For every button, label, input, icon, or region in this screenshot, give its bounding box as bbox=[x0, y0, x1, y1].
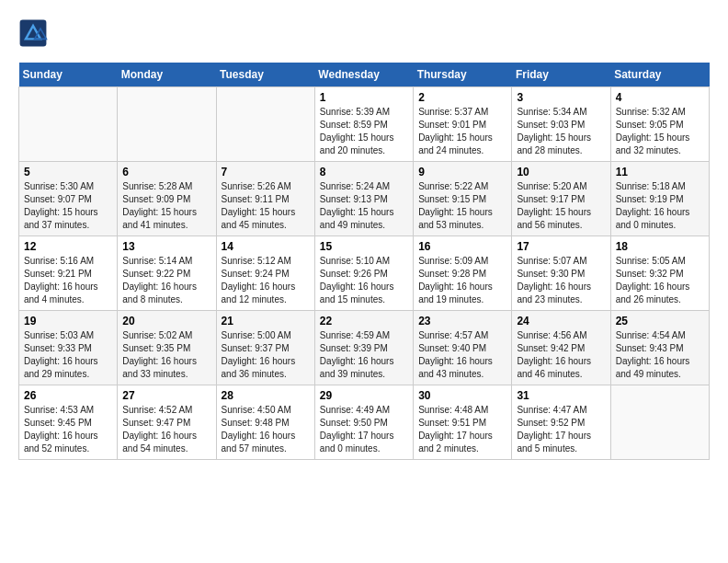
day-number: 12 bbox=[24, 240, 112, 253]
day-info: Sunrise: 4:54 AM Sunset: 9:43 PM Dayligh… bbox=[616, 329, 704, 381]
day-info: Sunrise: 4:59 AM Sunset: 9:39 PM Dayligh… bbox=[320, 329, 408, 381]
header-monday: Monday bbox=[118, 63, 216, 87]
day-cell: 11Sunrise: 5:18 AM Sunset: 9:19 PM Dayli… bbox=[610, 162, 709, 236]
day-info: Sunrise: 4:47 AM Sunset: 9:52 PM Dayligh… bbox=[517, 404, 605, 455]
day-number: 28 bbox=[222, 389, 310, 402]
day-cell: 22Sunrise: 4:59 AM Sunset: 9:39 PM Dayli… bbox=[314, 311, 413, 385]
day-info: Sunrise: 4:49 AM Sunset: 9:50 PM Dayligh… bbox=[320, 404, 408, 455]
day-cell: 29Sunrise: 4:49 AM Sunset: 9:50 PM Dayli… bbox=[314, 385, 413, 460]
day-cell: 12Sunrise: 5:16 AM Sunset: 9:21 PM Dayli… bbox=[19, 236, 118, 311]
day-number: 13 bbox=[122, 240, 210, 253]
day-info: Sunrise: 4:57 AM Sunset: 9:40 PM Dayligh… bbox=[418, 329, 506, 381]
calendar-header-row: SundayMondayTuesdayWednesdayThursdayFrid… bbox=[19, 63, 710, 87]
day-number: 20 bbox=[122, 315, 210, 327]
day-number: 27 bbox=[122, 389, 210, 402]
day-info: Sunrise: 4:53 AM Sunset: 9:45 PM Dayligh… bbox=[24, 404, 112, 455]
header-tuesday: Tuesday bbox=[216, 63, 314, 87]
day-info: Sunrise: 5:22 AM Sunset: 9:15 PM Dayligh… bbox=[418, 180, 506, 232]
day-cell: 5Sunrise: 5:30 AM Sunset: 9:07 PM Daylig… bbox=[19, 162, 118, 236]
day-cell: 27Sunrise: 4:52 AM Sunset: 9:47 PM Dayli… bbox=[118, 385, 216, 460]
day-number: 5 bbox=[24, 166, 112, 178]
day-number: 11 bbox=[616, 166, 704, 178]
day-number: 9 bbox=[418, 166, 506, 178]
header-saturday: Saturday bbox=[610, 63, 709, 87]
day-number: 19 bbox=[24, 315, 112, 327]
day-cell: 6Sunrise: 5:28 AM Sunset: 9:09 PM Daylig… bbox=[118, 162, 216, 236]
week-row-1: 1Sunrise: 5:39 AM Sunset: 8:59 PM Daylig… bbox=[19, 87, 710, 162]
day-cell: 18Sunrise: 5:05 AM Sunset: 9:32 PM Dayli… bbox=[610, 236, 709, 311]
day-info: Sunrise: 5:03 AM Sunset: 9:33 PM Dayligh… bbox=[24, 329, 112, 381]
day-number: 22 bbox=[320, 315, 408, 327]
day-cell: 19Sunrise: 5:03 AM Sunset: 9:33 PM Dayli… bbox=[19, 311, 118, 385]
day-number: 2 bbox=[418, 91, 506, 104]
header-wednesday: Wednesday bbox=[314, 63, 413, 87]
calendar-table: SundayMondayTuesdayWednesdayThursdayFrid… bbox=[18, 63, 710, 460]
day-info: Sunrise: 5:34 AM Sunset: 9:03 PM Dayligh… bbox=[517, 106, 605, 157]
header-sunday: Sunday bbox=[19, 63, 118, 87]
day-cell: 3Sunrise: 5:34 AM Sunset: 9:03 PM Daylig… bbox=[512, 87, 610, 162]
day-cell: 23Sunrise: 4:57 AM Sunset: 9:40 PM Dayli… bbox=[414, 311, 512, 385]
day-info: Sunrise: 4:48 AM Sunset: 9:51 PM Dayligh… bbox=[418, 404, 506, 455]
week-row-4: 19Sunrise: 5:03 AM Sunset: 9:33 PM Dayli… bbox=[19, 311, 710, 385]
day-number: 8 bbox=[320, 166, 408, 178]
logo bbox=[18, 18, 51, 48]
day-number: 30 bbox=[418, 389, 506, 402]
day-number: 25 bbox=[616, 315, 704, 327]
day-info: Sunrise: 5:14 AM Sunset: 9:22 PM Dayligh… bbox=[122, 255, 210, 306]
day-number: 14 bbox=[222, 240, 310, 253]
day-cell bbox=[19, 87, 118, 162]
day-number: 4 bbox=[616, 91, 704, 104]
day-cell: 21Sunrise: 5:00 AM Sunset: 9:37 PM Dayli… bbox=[216, 311, 314, 385]
day-cell: 2Sunrise: 5:37 AM Sunset: 9:01 PM Daylig… bbox=[414, 87, 512, 162]
day-cell: 10Sunrise: 5:20 AM Sunset: 9:17 PM Dayli… bbox=[512, 162, 610, 236]
day-cell bbox=[118, 87, 216, 162]
day-number: 17 bbox=[517, 240, 605, 253]
day-cell: 25Sunrise: 4:54 AM Sunset: 9:43 PM Dayli… bbox=[610, 311, 709, 385]
day-number: 16 bbox=[418, 240, 506, 253]
day-info: Sunrise: 4:52 AM Sunset: 9:47 PM Dayligh… bbox=[122, 404, 210, 455]
day-number: 29 bbox=[320, 389, 408, 402]
day-info: Sunrise: 5:24 AM Sunset: 9:13 PM Dayligh… bbox=[320, 180, 408, 232]
day-cell: 26Sunrise: 4:53 AM Sunset: 9:45 PM Dayli… bbox=[19, 385, 118, 460]
day-info: Sunrise: 5:32 AM Sunset: 9:05 PM Dayligh… bbox=[616, 106, 704, 157]
day-info: Sunrise: 5:07 AM Sunset: 9:30 PM Dayligh… bbox=[517, 255, 605, 306]
day-number: 31 bbox=[517, 389, 605, 402]
week-row-2: 5Sunrise: 5:30 AM Sunset: 9:07 PM Daylig… bbox=[19, 162, 710, 236]
day-number: 26 bbox=[24, 389, 112, 402]
header-thursday: Thursday bbox=[414, 63, 512, 87]
day-number: 18 bbox=[616, 240, 704, 253]
day-number: 10 bbox=[517, 166, 605, 178]
day-info: Sunrise: 5:20 AM Sunset: 9:17 PM Dayligh… bbox=[517, 180, 605, 232]
day-info: Sunrise: 5:00 AM Sunset: 9:37 PM Dayligh… bbox=[222, 329, 310, 381]
day-info: Sunrise: 4:50 AM Sunset: 9:48 PM Dayligh… bbox=[222, 404, 310, 455]
day-number: 7 bbox=[222, 166, 310, 178]
day-info: Sunrise: 5:02 AM Sunset: 9:35 PM Dayligh… bbox=[122, 329, 210, 381]
day-cell: 16Sunrise: 5:09 AM Sunset: 9:28 PM Dayli… bbox=[414, 236, 512, 311]
day-info: Sunrise: 4:56 AM Sunset: 9:42 PM Dayligh… bbox=[517, 329, 605, 381]
day-cell: 20Sunrise: 5:02 AM Sunset: 9:35 PM Dayli… bbox=[118, 311, 216, 385]
day-info: Sunrise: 5:30 AM Sunset: 9:07 PM Dayligh… bbox=[24, 180, 112, 232]
day-cell bbox=[610, 385, 709, 460]
header-friday: Friday bbox=[512, 63, 610, 87]
day-info: Sunrise: 5:26 AM Sunset: 9:11 PM Dayligh… bbox=[222, 180, 310, 232]
day-cell: 17Sunrise: 5:07 AM Sunset: 9:30 PM Dayli… bbox=[512, 236, 610, 311]
day-cell: 24Sunrise: 4:56 AM Sunset: 9:42 PM Dayli… bbox=[512, 311, 610, 385]
page-header bbox=[18, 18, 710, 48]
day-info: Sunrise: 5:16 AM Sunset: 9:21 PM Dayligh… bbox=[24, 255, 112, 306]
day-cell: 15Sunrise: 5:10 AM Sunset: 9:26 PM Dayli… bbox=[314, 236, 413, 311]
day-number: 21 bbox=[222, 315, 310, 327]
day-cell bbox=[216, 87, 314, 162]
day-number: 3 bbox=[517, 91, 605, 104]
day-cell: 8Sunrise: 5:24 AM Sunset: 9:13 PM Daylig… bbox=[314, 162, 413, 236]
day-info: Sunrise: 5:05 AM Sunset: 9:32 PM Dayligh… bbox=[616, 255, 704, 306]
day-cell: 31Sunrise: 4:47 AM Sunset: 9:52 PM Dayli… bbox=[512, 385, 610, 460]
day-number: 23 bbox=[418, 315, 506, 327]
week-row-3: 12Sunrise: 5:16 AM Sunset: 9:21 PM Dayli… bbox=[19, 236, 710, 311]
day-info: Sunrise: 5:28 AM Sunset: 9:09 PM Dayligh… bbox=[122, 180, 210, 232]
day-number: 15 bbox=[320, 240, 408, 253]
day-cell: 28Sunrise: 4:50 AM Sunset: 9:48 PM Dayli… bbox=[216, 385, 314, 460]
week-row-5: 26Sunrise: 4:53 AM Sunset: 9:45 PM Dayli… bbox=[19, 385, 710, 460]
logo-icon bbox=[18, 18, 48, 48]
day-info: Sunrise: 5:12 AM Sunset: 9:24 PM Dayligh… bbox=[222, 255, 310, 306]
day-cell: 4Sunrise: 5:32 AM Sunset: 9:05 PM Daylig… bbox=[610, 87, 709, 162]
